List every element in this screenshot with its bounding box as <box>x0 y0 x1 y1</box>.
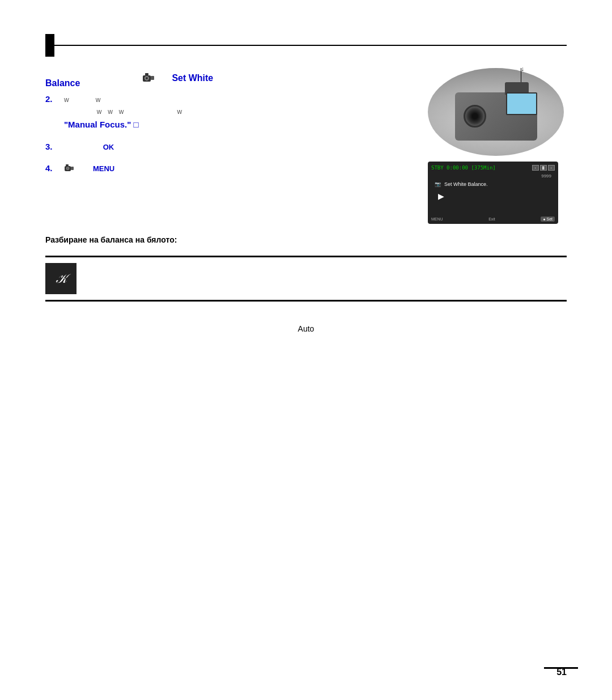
lcd-exit-label: Exit <box>488 217 495 221</box>
step-4-row: 4. MENU <box>45 163 416 175</box>
svg-point-3 <box>146 77 148 79</box>
lcd-screen: STBY 0:00:00 [375Min] ▪ ▉ ▪ 9999 📷 Set W… <box>428 162 558 224</box>
auto-text-area: Auto <box>45 324 567 333</box>
w3: w <box>97 108 102 116</box>
svg-rect-1 <box>145 73 148 75</box>
understanding-section: Разбиране на баланса на бялото: <box>45 235 567 244</box>
note-icon-symbol: 𝒦 <box>56 271 66 286</box>
lcd-cursor-arrow: ▶ <box>438 192 444 201</box>
lcd-icon-record: ▪ <box>532 165 539 171</box>
step-4-text: MENU <box>64 163 416 175</box>
camera-lens <box>464 105 486 128</box>
page-container: Balance Set White <box>0 0 612 700</box>
header-row: Balance Set White <box>45 68 416 88</box>
lcd-icons-right: ▪ ▉ ▪ <box>532 165 555 171</box>
lcd-counter: 9999 <box>431 173 555 179</box>
step-4-number: 4. <box>45 163 60 173</box>
lcd-header: STBY 0:00:00 [375Min] ▪ ▉ ▪ <box>431 165 555 171</box>
top-rule-container <box>45 34 567 57</box>
svg-point-7 <box>66 167 69 169</box>
step-2-number: 2. <box>45 94 60 104</box>
ok-label: OK <box>103 143 114 151</box>
manual-focus-text: "Manual Focus." □ <box>64 120 139 129</box>
top-rule-line <box>54 45 567 46</box>
section-marker <box>45 34 54 57</box>
header-inner: Balance Set White <box>45 68 416 88</box>
lcd-bottom-bar: MENU Exit ● Set <box>431 217 555 222</box>
camera-screen <box>506 92 537 115</box>
top-section: Balance Set White <box>45 68 567 224</box>
w4: w <box>108 108 113 116</box>
balance-label: Balance <box>45 78 80 88</box>
auto-text: Auto <box>298 324 314 333</box>
note-content <box>85 263 567 266</box>
w6: w <box>177 108 182 116</box>
camera-icon <box>142 73 155 84</box>
w1: w <box>64 96 69 104</box>
lcd-arrow-row: ▶ <box>431 189 555 203</box>
instructions-area: Balance Set White <box>45 68 416 224</box>
note-section: 𝒦 <box>45 256 567 302</box>
arrow-pointer-icon: ↓ <box>521 65 525 72</box>
page-number: 51 <box>556 667 567 677</box>
camera-body <box>455 92 537 141</box>
step-3-text: OK <box>64 142 416 154</box>
step-2-row: 2. w w w w w <box>45 94 416 131</box>
lcd-icon-battery: ▉ <box>540 165 547 171</box>
svg-rect-8 <box>71 167 74 170</box>
svg-rect-4 <box>151 76 154 80</box>
lcd-menu-item: 📷 Set White Balance. <box>431 179 555 189</box>
header-spacer: Balance Set White <box>45 68 416 88</box>
lcd-set-white-text: Set White Balance. <box>444 181 488 187</box>
camera-icon-2 <box>64 164 74 176</box>
w2: w <box>96 96 101 104</box>
note-icon: 𝒦 <box>45 263 76 294</box>
lcd-stby-text: STBY 0:00:00 [375Min] <box>431 165 496 171</box>
camera-diagram: ↓ <box>428 68 564 156</box>
lcd-menu-label: MENU <box>431 217 443 221</box>
svg-rect-6 <box>66 164 69 166</box>
images-area: ↓ STBY 0:00:00 [375Min] ▪ ▉ ▪ 99 <box>428 68 567 224</box>
lcd-camera-icon: 📷 <box>435 181 441 187</box>
step-3-number: 3. <box>45 142 60 151</box>
lcd-icon-media: ▪ <box>548 165 555 171</box>
set-white-label: Set White <box>172 73 213 83</box>
lcd-set-button: ● Set <box>541 217 555 222</box>
step-2-body: w w w w w <box>64 95 182 116</box>
w5: w <box>119 108 124 116</box>
step-2-text: w w w w w <box>64 94 416 131</box>
menu-label: MENU <box>93 164 114 173</box>
step-3-row: 3. OK <box>45 142 416 154</box>
understanding-title: Разбиране на баланса на бялото: <box>45 235 567 244</box>
